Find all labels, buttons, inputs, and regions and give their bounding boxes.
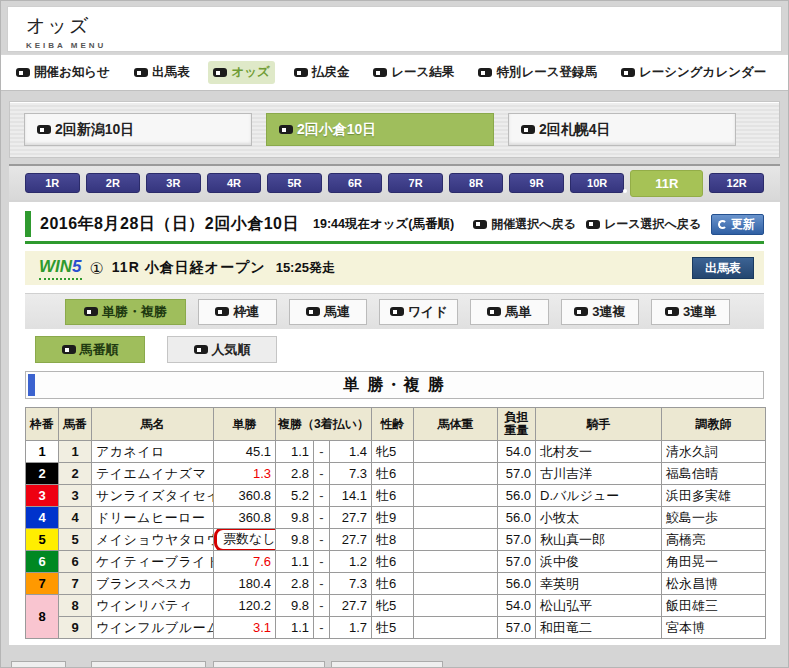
nav-race-kekka[interactable]: レース結果 [368, 61, 459, 84]
race-selector-band: 1R 2R 3R 4R 5R 6R 7R 8R 9R 10R 11R 12R [9, 164, 780, 200]
waku-cell: 1 [26, 441, 59, 463]
venue-tab-sapporo[interactable]: 2回札幌4日 [508, 113, 736, 146]
trainer-name: 鮫島一歩 [662, 507, 766, 529]
order-tab-umaban[interactable]: 馬番順 [35, 336, 145, 363]
back-to-kaisai-link[interactable]: 開催選択へ戻る [473, 216, 576, 233]
bet-type-tabs: 単勝・複勝 枠連 馬連 ワイド 馬単 3連複 3連単 [25, 293, 764, 329]
bet-tab-umaren[interactable]: 馬連 [289, 299, 368, 325]
race-button-7r[interactable]: 7R [388, 173, 443, 193]
sex-age: 牡9 [372, 507, 414, 529]
bet-tab-wakuren[interactable]: 枠連 [198, 299, 277, 325]
win5-start-time: 15:25発走 [276, 259, 335, 277]
uma-number-cell: 6 [59, 551, 92, 573]
jockey-name: 北村友一 [536, 441, 662, 463]
race-button-5r[interactable]: 5R [267, 173, 322, 193]
place-odds-low: 9.8 [276, 529, 314, 551]
uma-number-cell: 3 [59, 485, 92, 507]
odds-page: オッズ KEIBA MENU 開催お知らせ 出馬表 オッズ 払戻金 レース結果 … [0, 0, 789, 668]
race-button-6r[interactable]: 6R [328, 173, 383, 193]
nav-baba-joho[interactable]: 馬場情報 [785, 61, 789, 84]
place-odds-separator: - [314, 485, 330, 507]
load-weight: 57.0 [498, 617, 536, 639]
venue-tab-niigata[interactable]: 2回新潟10日 [24, 113, 252, 146]
no-votes-annotation: 票数なし [214, 529, 276, 551]
bullet-icon [574, 307, 588, 316]
uma-number-cell: 1 [59, 441, 92, 463]
place-odds-high: 27.7 [330, 507, 372, 529]
bullet-icon [134, 68, 148, 77]
venue-tab-kokura[interactable]: 2回小倉10日 [266, 113, 494, 146]
bullet-icon [279, 125, 293, 134]
nav-shutsubahyo[interactable]: 出馬表 [129, 61, 195, 84]
bullet-icon [37, 125, 51, 134]
win5-bar: WIN5 ① 11R 小倉日経オープン 15:25発走 出馬表 [25, 251, 764, 285]
body-weight [414, 529, 498, 551]
win-odds: 1.3 [214, 463, 276, 485]
bullet-icon [478, 68, 492, 77]
trainer-name: 宮本博 [662, 617, 766, 639]
place-odds-separator: - [314, 617, 330, 639]
back-to-race-link[interactable]: レース選択へ戻る [586, 216, 701, 233]
place-odds-high: 27.7 [330, 595, 372, 617]
nav-odds[interactable]: オッズ [208, 61, 274, 84]
nav-haraimodoshi[interactable]: 払戻金 [289, 61, 355, 84]
nav-racing-calendar[interactable]: レーシングカレンダー [616, 61, 771, 84]
table-row: 2 2 テイエムイナズマ 1.3 2.8 - 7.3 牡6 57.0 古川吉洋 … [26, 463, 766, 485]
place-odds-separator: - [314, 551, 330, 573]
body-weight [414, 617, 498, 639]
race-button-2r[interactable]: 2R [86, 173, 141, 193]
table-row: 1 1 アカネイロ 45.1 1.1 - 1.4 牝5 54.0 北村友一 清水… [26, 441, 766, 463]
col-place: 複勝（3着払い） [276, 408, 372, 441]
race-button-3r[interactable]: 3R [146, 173, 201, 193]
race-button-4r[interactable]: 4R [207, 173, 262, 193]
refresh-button[interactable]: 更新 [711, 214, 764, 235]
nav-kaisai-oshirase[interactable]: 開催お知らせ [11, 61, 115, 84]
bet-tab-sanrentan[interactable]: 3連単 [651, 299, 730, 325]
bet-tab-tanpuku[interactable]: 単勝・複勝 [65, 299, 186, 325]
bet-tab-wide[interactable]: ワイド [379, 299, 458, 325]
race-button-11r[interactable]: 11R [630, 170, 703, 197]
bet-tab-umatan[interactable]: 馬単 [470, 299, 549, 325]
horse-name: テイエムイナズマ [92, 463, 214, 485]
jockey-name: D.バルジュー [536, 485, 662, 507]
place-odds-low: 1.1 [276, 617, 314, 639]
race-button-8r[interactable]: 8R [449, 173, 504, 193]
col-load-weight: 負担重量 [498, 408, 536, 441]
race-dot-icon [623, 189, 627, 193]
horse-name: メイショウヤタロウ [92, 529, 214, 551]
waku-cell: 5 [26, 529, 59, 551]
body-weight [414, 507, 498, 529]
load-weight: 57.0 [498, 551, 536, 573]
race-button-10r[interactable]: 10R [570, 173, 625, 193]
col-jockey: 騎手 [536, 408, 662, 441]
entry-list-button[interactable]: 出馬表 [692, 257, 754, 279]
race-button-12r[interactable]: 12R [709, 173, 764, 193]
bullet-icon [194, 345, 208, 354]
uma-number-cell: 4 [59, 507, 92, 529]
footer-strip [1, 645, 788, 667]
col-waku: 枠番 [26, 408, 59, 441]
table-row: 7 7 ブランスペスカ 180.4 2.8 - 7.3 牡6 56.0 幸英明 … [26, 573, 766, 595]
trainer-name: 清水久詞 [662, 441, 766, 463]
order-tab-ninki[interactable]: 人気順 [167, 336, 277, 363]
col-trainer: 調教師 [662, 408, 766, 441]
nav-tokubetsu-race[interactable]: 特別レース登録馬 [473, 61, 602, 84]
waku-cell: 7 [26, 573, 59, 595]
sex-age: 牡6 [372, 463, 414, 485]
cutoff-footer-box [331, 661, 443, 668]
bet-tab-sanrenpuku[interactable]: 3連複 [561, 299, 640, 325]
race-button-1r[interactable]: 1R [25, 173, 80, 193]
table-row: 4 4 ドリームヒーロー 360.8 9.8 - 27.7 牡9 56.0 小牧… [26, 507, 766, 529]
win5-logo: WIN5 [39, 257, 82, 280]
race-button-9r[interactable]: 9R [509, 173, 564, 193]
trainer-name: 福島信晴 [662, 463, 766, 485]
load-weight: 54.0 [498, 441, 536, 463]
waku-cell: 8 [26, 595, 59, 639]
table-row: 6 6 ケイティーブライド 7.6 1.1 - 1.2 牡6 57.0 浜中俊 … [26, 551, 766, 573]
horse-name: ドリームヒーロー [92, 507, 214, 529]
table-header-row: 枠番 馬番 馬名 単勝 複勝（3着払い） 性齢 馬体重 負担重量 騎手 調教師 [26, 408, 766, 441]
win5-race-name: 11R 小倉日経オープン [112, 259, 266, 277]
table-row: 3 3 サンライズタイセイ 360.8 5.2 - 14.1 牡6 56.0 D… [26, 485, 766, 507]
table-row: 9 ウインフルブルーム 3.1 1.1 - 1.7 牡5 57.0 和田竜二 宮… [26, 617, 766, 639]
odds-table: 枠番 馬番 馬名 単勝 複勝（3着払い） 性齢 馬体重 負担重量 騎手 調教師 … [25, 407, 766, 639]
